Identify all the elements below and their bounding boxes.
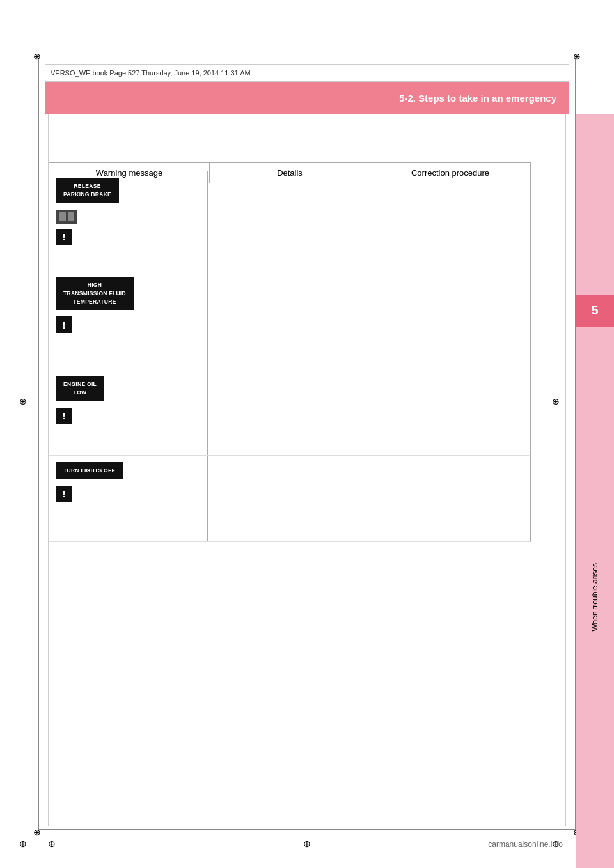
border-top [38,59,576,59]
book-info: VERSO_WE.book Page 527 Thursday, June 19… [51,69,251,77]
inner-right-guide [565,64,566,826]
side-tab: 5 When trouble arises [576,114,614,868]
warning-message-3: ENGINE OILLOW [56,376,104,401]
exclamation-icon-4: ! [56,486,72,502]
warning-message-2: HIGHTRANSMISSION FLUIDTEMPERATURE [56,277,134,310]
correction-col-2 [366,270,530,369]
warning-message-4: TURN LIGHTS OFF [56,462,123,479]
reg-mark-top-right: ⊕ [573,51,581,61]
table-row: ENGINE OILLOW ! [49,369,531,456]
warning-message-1: RELEASEPARKING BRAKE [56,178,119,203]
table-row: RELEASEPARKING BRAKE ! [49,171,531,270]
correction-col-1 [366,171,530,270]
reg-mark-top-left: ⊕ [33,51,41,61]
reg-mark-bottom-left: ⊕ [33,827,41,837]
page-header-bar: VERSO_WE.book Page 527 Thursday, June 19… [45,64,569,82]
rect-inner-right [68,212,74,221]
warning-col-1: RELEASEPARKING BRAKE ! [49,171,208,270]
side-tab-top [576,114,614,295]
table-body: RELEASEPARKING BRAKE ! HIGHTRANSMISSION … [49,171,531,542]
warning-col-4: TURN LIGHTS OFF ! [49,456,208,541]
exclamation-icon-1: ! [56,229,72,245]
details-col-3 [208,369,366,455]
details-col-2 [208,270,366,369]
exclamation-icon-2: ! [56,316,72,333]
warning-col-3: ENGINE OILLOW ! [49,369,208,455]
chapter-label: When trouble arises [590,563,599,632]
correction-col-3 [366,369,530,455]
section-title: 5-2. Steps to take in an emergency [399,93,556,104]
border-left [38,59,39,830]
reg-mark-bl-inner: ⊕ [48,839,56,849]
correction-col-4 [366,456,530,541]
details-col-1 [208,171,366,270]
table-row: TURN LIGHTS OFF ! [49,456,531,542]
reg-mark-mid-left: ⊕ [19,396,27,407]
rect-inner-left [59,212,66,221]
border-bottom [38,829,576,830]
reg-mark-mid-right: ⊕ [552,396,560,407]
pink-header: 5-2. Steps to take in an emergency [45,82,569,114]
chapter-number: 5 [576,295,614,327]
reg-mark-bc: ⊕ [303,839,311,849]
warning-col-2: HIGHTRANSMISSION FLUIDTEMPERATURE ! [49,270,208,369]
reg-mark-bl-outer: ⊕ [19,839,27,849]
parking-icon-1 [56,210,77,224]
watermark: carmanualsonline.info [488,840,563,849]
chapter-label-container: When trouble arises [576,327,614,869]
details-col-4 [208,456,366,541]
table-row: HIGHTRANSMISSION FLUIDTEMPERATURE ! [49,270,531,369]
exclamation-icon-3: ! [56,408,72,424]
